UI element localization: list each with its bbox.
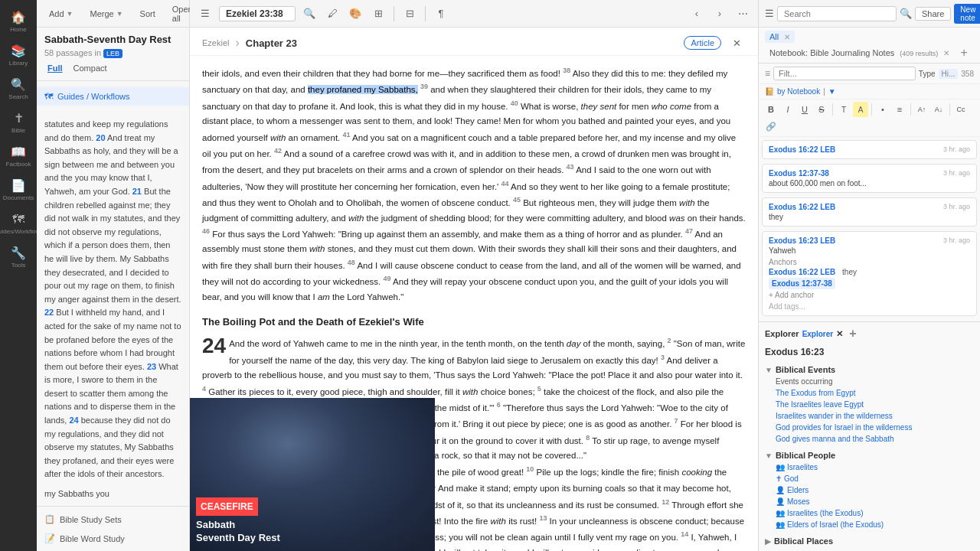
underline-button[interactable]: U [797, 102, 812, 117]
sidebar-item-library[interactable]: 📚 Library [3, 40, 34, 70]
merge-button[interactable]: Merge ▼ [84, 7, 129, 21]
more-reader-icon[interactable]: ⋯ [733, 5, 752, 23]
explorer-section-people: ▼ Biblical People 👥Israelites ✝God 👤Elde… [765, 449, 974, 530]
people-link-god[interactable]: ✝God [765, 473, 974, 484]
layout-icon[interactable]: ⊞ [369, 5, 387, 23]
tab-all-close[interactable]: ✕ [784, 33, 790, 41]
bullet-button[interactable]: • [875, 102, 890, 117]
font-down-button[interactable]: A↓ [931, 102, 946, 117]
highlight-icon[interactable]: 🖊 [323, 5, 341, 23]
tab-all[interactable]: All ✕ [765, 31, 795, 43]
bible-word-study-nav[interactable]: 📝 Bible Word Study [37, 529, 189, 548]
note-card[interactable]: Exodus 12:37-38 3 hr. ago about 600,000 … [762, 164, 977, 193]
sidebar-item-documents[interactable]: 📄 Documents [3, 174, 34, 205]
people-link-israelites[interactable]: 👥Israelites [765, 461, 974, 473]
add-anchor-button[interactable]: + Add anchor [769, 289, 970, 301]
panel-menu-icon[interactable]: ☰ [765, 5, 774, 23]
case-button[interactable]: Cc [953, 102, 969, 117]
bible-word-label: Bible Word Study [60, 534, 125, 543]
video-label: CEASEFIRE Sabbath Seventh Day Rest [196, 497, 429, 545]
note-card[interactable]: Exodus 16:22 LEB 3 hr. ago they [762, 197, 977, 227]
places-chevron: ▶ [765, 537, 771, 546]
bold-button[interactable]: B [763, 102, 779, 117]
event-link-wander[interactable]: Israelites wander in the wilderness [765, 410, 974, 422]
people-link-moses[interactable]: 👤Moses [765, 496, 974, 507]
link-button[interactable]: 🔗 [763, 119, 779, 134]
note-card-anchors[interactable]: Exodus 16:23 LEB 3 hr. ago Yahweh Anchor… [762, 231, 977, 316]
event-link-manna[interactable]: God gives manna and the Sabbath [765, 433, 974, 445]
biblical-events-title[interactable]: ▼ Biblical Events [765, 364, 974, 376]
search-reader-icon[interactable]: 🔍 [300, 5, 318, 23]
close-chapter-icon[interactable]: ✕ [727, 34, 746, 52]
color-icon[interactable]: 🎨 [346, 5, 364, 23]
explorer-tab-active[interactable]: Explorer [802, 330, 834, 338]
sort-button[interactable]: Sort [134, 7, 162, 21]
font-up-button[interactable]: A↑ [914, 102, 929, 117]
next-icon[interactable]: › [710, 5, 729, 23]
search-icon-right[interactable]: 🔍 [900, 5, 912, 23]
elders-exodus-icon: 👥 [776, 520, 785, 529]
verse-num-43: 43 [567, 163, 574, 171]
biblical-people-title[interactable]: ▼ Biblical People [765, 449, 974, 461]
share-header-button[interactable]: Share [915, 7, 951, 21]
sidebar-item-factbook[interactable]: 📖 Factbook [3, 141, 34, 171]
explorer-tab-close[interactable]: ✕ [836, 329, 843, 339]
prev-icon[interactable]: ‹ [688, 5, 706, 23]
sidebar-item-search[interactable]: 🔍 Search [3, 73, 34, 104]
biblical-places-title[interactable]: ▶ Biblical Places [765, 535, 974, 547]
strikethrough-button[interactable]: S [814, 102, 829, 117]
verse-num-14: 14 [681, 530, 688, 538]
moses-icon: 👤 [776, 497, 785, 506]
verse-num-38: 38 [563, 67, 570, 74]
count-358: 358 [961, 70, 974, 78]
list-button[interactable]: ≡ [892, 102, 907, 117]
people-link-elders-exodus[interactable]: 👥Elders of Israel (the Exodus) [765, 519, 974, 530]
event-link-provides[interactable]: God provides for Israel in the wildernes… [765, 422, 974, 433]
add-tab-button[interactable]: + [957, 46, 970, 60]
sort-date-btn[interactable]: ▼ [828, 87, 836, 96]
god-icon: ✝ [776, 474, 782, 483]
new-note-button[interactable]: New note [954, 4, 980, 24]
full-view-button[interactable]: Full [44, 62, 66, 74]
sidebar-item-bible[interactable]: ✝ Bible [3, 107, 34, 138]
hi-badge: Hi... [939, 69, 959, 79]
events-sub: Events occurring [765, 376, 974, 387]
sidebar-item-guides[interactable]: 🗺 Guides/Workflows [3, 208, 34, 239]
note-text: Yahweh [769, 246, 970, 255]
add-button[interactable]: Add ▼ [43, 7, 80, 21]
text-color-button[interactable]: T [836, 102, 851, 117]
filter-input[interactable] [773, 67, 916, 80]
italic-button[interactable]: I [780, 102, 795, 117]
video-overlay[interactable]: CEASEFIRE Sabbath Seventh Day Rest [190, 398, 435, 551]
menu-icon[interactable]: ☰ [196, 5, 214, 23]
sidebar-item-tools[interactable]: 🔧 Tools [3, 242, 34, 272]
sort-notebook-btn[interactable]: by Notebook [777, 87, 820, 96]
people-link-israelites-exodus[interactable]: 👥Israelites (the Exodus) [765, 507, 974, 519]
compact-view-button[interactable]: Compact [70, 62, 110, 74]
nav-item-guides[interactable]: 🗺 Guides / Workflows [37, 87, 189, 106]
israelites-exodus-icon: 👥 [776, 509, 785, 517]
article-tab[interactable]: Article [684, 36, 721, 50]
reader-content[interactable]: their idols, and even their children tha… [190, 56, 758, 551]
sidebar-item-home[interactable]: 🏠 Home [3, 6, 34, 37]
chapter-reference[interactable]: Ezekiel 23:38 [219, 6, 296, 21]
highlighted-text: they profaned my Sabbaths, [308, 85, 418, 94]
merge-arrow: ▼ [116, 10, 123, 18]
anchor-link-active[interactable]: Exodus 12:37-38 [769, 278, 835, 289]
explorer-tab-add[interactable]: + [846, 327, 859, 341]
search-input[interactable] [777, 6, 897, 21]
formatting-toolbar: B I U S T A • ≡ A↑ A↓ Cc 🔗 [759, 99, 980, 137]
columns-icon[interactable]: ⊟ [400, 5, 419, 23]
tab-notebook-close[interactable]: ✕ [943, 49, 949, 57]
tab-notebook[interactable]: Notebook: Bible Journaling Notes (409 re… [765, 47, 954, 59]
people-link-elders[interactable]: 👤Elders [765, 484, 974, 496]
breadcrumb-ezekiel[interactable]: Ezekiel [202, 38, 229, 47]
highlight-button[interactable]: A [853, 102, 868, 117]
filter-icon: ≡ [765, 68, 770, 79]
bible-study-sets-nav[interactable]: 📋 Bible Study Sets [37, 510, 189, 529]
paragraph-icon[interactable]: ¶ [432, 5, 450, 23]
event-link-exodus[interactable]: The Exodus from Egypt [765, 387, 974, 399]
event-link-leave[interactable]: The Israelites leave Egypt [765, 399, 974, 410]
note-card[interactable]: Exodus 16:22 LEB 3 hr. ago [762, 140, 977, 159]
factbook-icon: 📖 [11, 145, 26, 159]
